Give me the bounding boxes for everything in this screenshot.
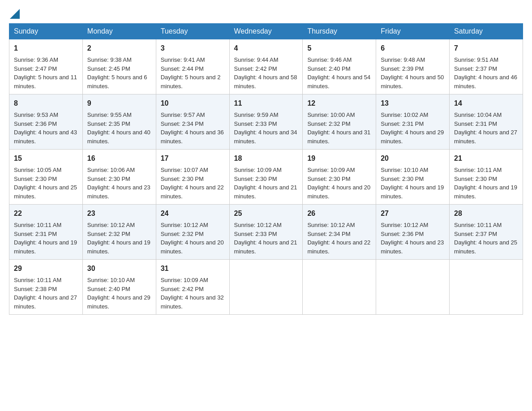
sunset-text: Sunset: 2:42 PM [234, 65, 277, 72]
daylight-text: Daylight: 4 hours and 27 minutes. [454, 129, 517, 145]
day-number: 20 [381, 153, 445, 164]
sunset-text: Sunset: 2:30 PM [161, 176, 204, 182]
day-number: 23 [87, 208, 151, 219]
calendar-cell: 15Sunrise: 10:05 AMSunset: 2:30 PMDaylig… [9, 150, 83, 205]
calendar-cell: 9Sunrise: 9:55 AMSunset: 2:35 PMDaylight… [82, 94, 156, 150]
daylight-text: Daylight: 4 hours and 50 minutes. [381, 74, 444, 90]
day-number: 13 [381, 98, 445, 109]
day-number: 21 [454, 153, 518, 164]
daylight-text: Daylight: 4 hours and 36 minutes. [161, 129, 224, 145]
sunrise-text: Sunrise: 9:36 AM [14, 56, 58, 63]
daylight-text: Daylight: 4 hours and 27 minutes. [14, 294, 77, 310]
sunrise-text: Sunrise: 10:10 AM [381, 167, 428, 173]
sunrise-text: Sunrise: 10:12 AM [87, 222, 135, 228]
calendar-cell [303, 260, 376, 315]
daylight-text: Daylight: 4 hours and 19 minutes. [454, 184, 517, 200]
calendar-cell: 3Sunrise: 9:41 AMSunset: 2:44 PMDaylight… [156, 39, 229, 94]
sunrise-text: Sunrise: 10:00 AM [307, 111, 355, 118]
calendar-cell: 28Sunrise: 10:11 AMSunset: 2:37 PMDaylig… [450, 205, 523, 260]
calendar-cell: 4Sunrise: 9:44 AMSunset: 2:42 PMDaylight… [229, 39, 303, 94]
daylight-text: Daylight: 4 hours and 31 minutes. [307, 129, 370, 145]
daylight-text: Daylight: 4 hours and 19 minutes. [14, 239, 77, 255]
daylight-text: Daylight: 4 hours and 25 minutes. [454, 239, 517, 255]
sunrise-text: Sunrise: 9:55 AM [87, 111, 132, 118]
calendar-cell: 12Sunrise: 10:00 AMSunset: 2:32 PMDaylig… [303, 94, 376, 150]
calendar-header-row: SundayMondayTuesdayWednesdayThursdayFrid… [9, 24, 523, 39]
sunset-text: Sunset: 2:30 PM [234, 176, 277, 182]
daylight-text: Daylight: 4 hours and 58 minutes. [234, 74, 297, 90]
daylight-text: Daylight: 4 hours and 19 minutes. [87, 239, 150, 255]
sunrise-text: Sunrise: 10:12 AM [161, 222, 208, 228]
day-number: 25 [234, 208, 298, 219]
day-number: 10 [161, 98, 225, 109]
daylight-text: Daylight: 4 hours and 54 minutes. [307, 74, 370, 90]
sunset-text: Sunset: 2:34 PM [307, 231, 350, 237]
sunrise-text: Sunrise: 10:09 AM [307, 167, 355, 173]
sunrise-text: Sunrise: 9:46 AM [307, 56, 352, 63]
daylight-text: Daylight: 5 hours and 11 minutes. [14, 74, 77, 90]
day-number: 28 [454, 208, 518, 219]
sunset-text: Sunset: 2:33 PM [234, 120, 277, 127]
daylight-text: Daylight: 4 hours and 23 minutes. [87, 184, 150, 200]
sunrise-text: Sunrise: 9:44 AM [234, 56, 279, 63]
calendar-cell: 8Sunrise: 9:53 AMSunset: 2:36 PMDaylight… [9, 94, 83, 150]
day-number: 17 [161, 153, 225, 164]
sunrise-text: Sunrise: 10:07 AM [161, 167, 208, 173]
day-header-thursday: Thursday [303, 24, 376, 39]
calendar-week-row: 15Sunrise: 10:05 AMSunset: 2:30 PMDaylig… [9, 150, 523, 205]
daylight-text: Daylight: 4 hours and 23 minutes. [381, 239, 444, 255]
sunrise-text: Sunrise: 10:12 AM [381, 222, 428, 228]
calendar-cell: 6Sunrise: 9:48 AMSunset: 2:39 PMDaylight… [376, 39, 450, 94]
daylight-text: Daylight: 4 hours and 20 minutes. [307, 184, 370, 200]
day-number: 26 [307, 208, 371, 219]
calendar-week-row: 29Sunrise: 10:11 AMSunset: 2:38 PMDaylig… [9, 260, 523, 315]
sunset-text: Sunset: 2:30 PM [454, 176, 497, 182]
day-header-monday: Monday [82, 24, 156, 39]
sunrise-text: Sunrise: 10:09 AM [234, 167, 282, 173]
day-number: 15 [14, 153, 78, 164]
daylight-text: Daylight: 4 hours and 29 minutes. [87, 294, 150, 310]
sunrise-text: Sunrise: 10:12 AM [234, 222, 282, 228]
day-number: 1 [14, 43, 78, 54]
daylight-text: Daylight: 4 hours and 22 minutes. [307, 239, 370, 255]
day-number: 18 [234, 153, 298, 164]
sunset-text: Sunset: 2:32 PM [307, 120, 350, 127]
sunrise-text: Sunrise: 10:10 AM [87, 277, 135, 283]
day-number: 4 [234, 43, 298, 54]
day-number: 16 [87, 153, 151, 164]
sunset-text: Sunset: 2:45 PM [87, 65, 130, 72]
calendar-cell: 31Sunrise: 10:09 AMSunset: 2:42 PMDaylig… [156, 260, 229, 315]
sunset-text: Sunset: 2:47 PM [14, 65, 57, 72]
day-number: 5 [307, 43, 371, 54]
sunrise-text: Sunrise: 9:59 AM [234, 111, 279, 118]
calendar-cell: 16Sunrise: 10:06 AMSunset: 2:30 PMDaylig… [82, 150, 156, 205]
sunrise-text: Sunrise: 9:41 AM [161, 56, 205, 63]
day-number: 2 [87, 43, 151, 54]
calendar-cell: 24Sunrise: 10:12 AMSunset: 2:32 PMDaylig… [156, 205, 229, 260]
daylight-text: Daylight: 5 hours and 2 minutes. [161, 74, 221, 90]
calendar-cell: 7Sunrise: 9:51 AMSunset: 2:37 PMDaylight… [450, 39, 523, 94]
daylight-text: Daylight: 4 hours and 20 minutes. [161, 239, 224, 255]
calendar-cell [450, 260, 523, 315]
calendar-cell: 26Sunrise: 10:12 AMSunset: 2:34 PMDaylig… [303, 205, 376, 260]
sunset-text: Sunset: 2:30 PM [87, 176, 130, 182]
sunrise-text: Sunrise: 10:11 AM [14, 222, 61, 228]
page-header [9, 9, 523, 19]
day-header-sunday: Sunday [9, 24, 83, 39]
calendar-cell: 18Sunrise: 10:09 AMSunset: 2:30 PMDaylig… [229, 150, 303, 205]
day-number: 3 [161, 43, 225, 54]
logo [9, 9, 20, 19]
sunrise-text: Sunrise: 10:04 AM [454, 111, 502, 118]
day-number: 9 [87, 98, 151, 109]
sunrise-text: Sunrise: 10:05 AM [14, 167, 61, 173]
day-number: 27 [381, 208, 445, 219]
sunrise-text: Sunrise: 10:11 AM [14, 277, 61, 283]
logo-triangle-icon [10, 9, 20, 19]
sunrise-text: Sunrise: 10:12 AM [307, 222, 355, 228]
calendar-cell: 14Sunrise: 10:04 AMSunset: 2:31 PMDaylig… [450, 94, 523, 150]
calendar-cell: 27Sunrise: 10:12 AMSunset: 2:36 PMDaylig… [376, 205, 450, 260]
sunset-text: Sunset: 2:31 PM [454, 120, 497, 127]
sunset-text: Sunset: 2:31 PM [381, 120, 424, 127]
calendar-week-row: 1Sunrise: 9:36 AMSunset: 2:47 PMDaylight… [9, 39, 523, 94]
daylight-text: Daylight: 4 hours and 43 minutes. [14, 129, 77, 145]
